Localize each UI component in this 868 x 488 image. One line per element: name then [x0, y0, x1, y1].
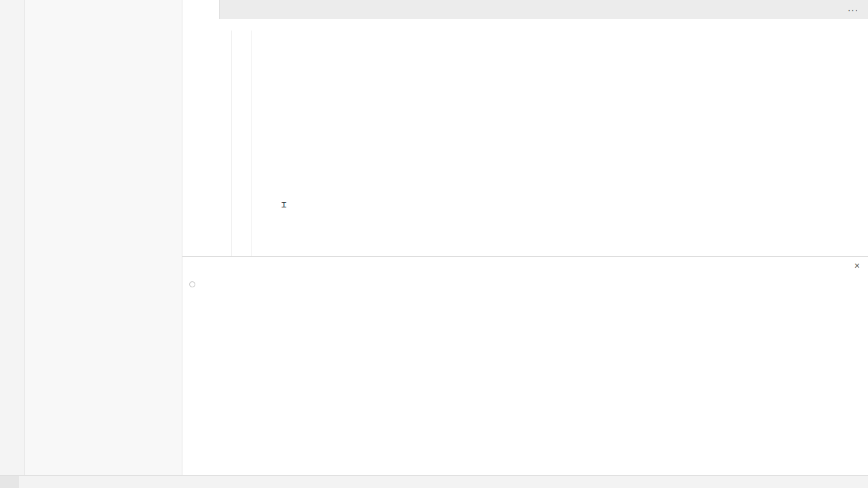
- terminal[interactable]: [182, 274, 868, 475]
- maximize-panel-icon[interactable]: [839, 261, 848, 270]
- chevron-down-icon: [816, 7, 823, 13]
- workbench: ··· ⌶: [0, 0, 868, 475]
- code-editor[interactable]: ⌶: [182, 30, 868, 256]
- sidebar-gap: [25, 16, 182, 437]
- close-panel-icon[interactable]: ×: [854, 261, 860, 270]
- sidebar: [25, 0, 182, 475]
- text-cursor-pointer: ⌶: [281, 200, 287, 209]
- panel-header: ×: [182, 257, 868, 274]
- tab-binary-search-tree[interactable]: [182, 0, 220, 19]
- terminal-icon: [758, 261, 768, 270]
- remote-indicator[interactable]: [0, 476, 19, 488]
- kill-terminal-icon[interactable]: [823, 261, 833, 270]
- indent-guide: [231, 30, 232, 256]
- split-editor-icon[interactable]: [830, 5, 840, 15]
- chevron-down-icon[interactable]: [792, 261, 802, 270]
- command-decoration-icon: [189, 281, 195, 287]
- status-bar: [0, 475, 868, 488]
- breadcrumb: [182, 19, 868, 30]
- new-terminal-icon[interactable]: [776, 261, 786, 270]
- panel: ×: [182, 256, 868, 475]
- vscode-window: ··· ⌶: [0, 0, 868, 488]
- panel-controls: ×: [758, 261, 860, 270]
- java-file-icon: [189, 5, 198, 14]
- remote-icon: [5, 478, 14, 487]
- explorer-header: [25, 0, 182, 16]
- activity-bar: [0, 0, 25, 475]
- minimap[interactable]: [806, 30, 868, 256]
- run-button[interactable]: [808, 5, 823, 15]
- split-terminal-icon[interactable]: [808, 261, 817, 270]
- shell-selector[interactable]: [758, 261, 770, 270]
- editor-more-icon[interactable]: ···: [848, 5, 859, 15]
- editor-actions: ···: [808, 0, 868, 19]
- indent-guide: [251, 30, 252, 256]
- editor-group: ··· ⌶: [182, 0, 868, 475]
- tab-bar: ···: [182, 0, 868, 19]
